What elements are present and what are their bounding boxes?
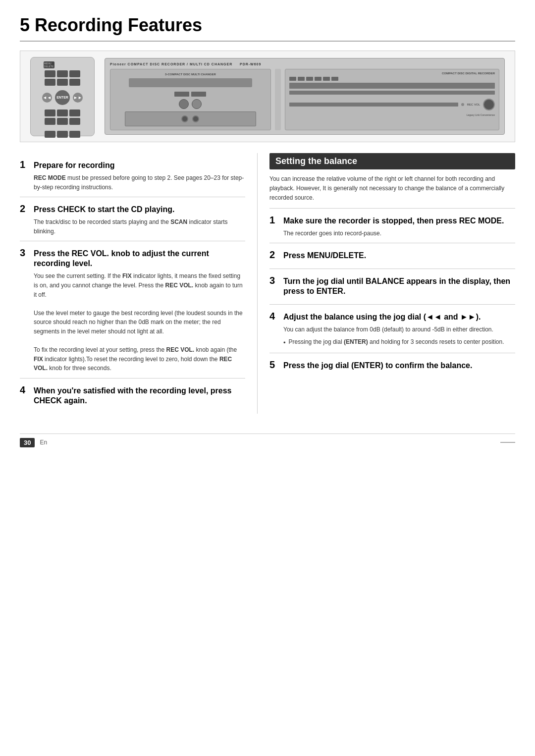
right-step-2-num: 2 (269, 249, 278, 261)
step-4-title: When you're satisfied with the recording… (34, 386, 245, 406)
device-image-area: MENUDELETE ◄◄ ENTER ►► (20, 51, 515, 142)
right-step-1-title: Make sure the recorder is stopped, then … (283, 216, 504, 226)
right-step-2-block: 2 Press MENU/DELETE. (269, 243, 515, 269)
step-3-title: Press the REC VOL. knob to adjust the cu… (34, 249, 245, 269)
right-step-5-title: Press the jog dial (ENTER) to confirm th… (283, 361, 472, 371)
page-number: 30 (20, 438, 35, 447)
right-step-4-block: 4 Adjust the balance using the jog dial … (269, 304, 515, 353)
step-2-body: The track/disc to be recorded starts pla… (34, 217, 245, 236)
chapter-title: 5 Recording Features (20, 15, 515, 42)
right-step-5-block: 5 Press the jog dial (ENTER) to confirm … (269, 353, 515, 378)
right-step-3-title: Turn the jog dial until BALANCE appears … (283, 276, 515, 296)
step-1-num: 1 (20, 159, 29, 170)
right-step-5-num: 5 (269, 359, 278, 371)
right-step-1-block: 1 Make sure the recorder is stopped, the… (269, 208, 515, 243)
section-heading-box: Setting the balance (269, 153, 515, 169)
right-step-3-num: 3 (269, 275, 278, 286)
left-column: 1 Prepare for recording REC MODE must be… (20, 153, 258, 414)
right-step-1-body: The recorder goes into record-pause. (283, 229, 515, 238)
right-step-3-block: 3 Turn the jog dial until BALANCE appear… (269, 269, 515, 304)
remote-control-illustration: MENUDELETE ◄◄ ENTER ►► (30, 57, 95, 136)
step-4-num: 4 (20, 384, 29, 396)
right-column: Setting the balance You can increase the… (258, 153, 515, 414)
main-content: 1 Prepare for recording REC MODE must be… (20, 153, 515, 414)
step-3-body: You see the current setting. If the FIX … (34, 271, 245, 373)
page-footer: 30 En (20, 433, 515, 447)
step-3-block: 3 Press the REC VOL. knob to adjust the … (20, 241, 245, 378)
step-1-block: 1 Prepare for recording REC MODE must be… (20, 153, 245, 197)
right-step-4-body: You can adjust the balance from 0dB (def… (283, 325, 515, 348)
step-4-block: 4 When you're satisfied with the recordi… (20, 378, 245, 414)
step-2-num: 2 (20, 203, 29, 215)
step-2-title: Press CHECK to start the CD playing. (34, 205, 175, 215)
step-2-block: 2 Press CHECK to start the CD playing. T… (20, 197, 245, 241)
page-language: En (40, 439, 47, 446)
main-device-illustration: Pioneer COMPACT DISC RECORDER / MULTI CD… (105, 58, 505, 135)
right-step-4-title: Adjust the balance using the jog dial (◄… (283, 312, 481, 322)
right-step-2-title: Press MENU/DELETE. (283, 251, 366, 261)
step-1-body: REC MODE must be pressed before going to… (34, 173, 245, 192)
right-step-4-num: 4 (269, 311, 278, 322)
footer-divider (500, 442, 515, 443)
section-intro: You can increase the relative volume of … (269, 174, 515, 203)
step-3-num: 3 (20, 247, 29, 259)
right-step-1-num: 1 (269, 215, 278, 226)
step-1-title: Prepare for recording (34, 161, 115, 170)
